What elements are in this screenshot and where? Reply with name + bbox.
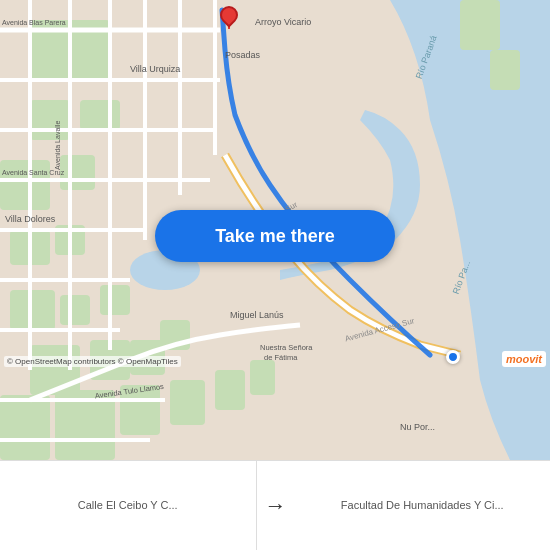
pin-circle (216, 2, 241, 27)
svg-rect-20 (215, 370, 245, 410)
svg-rect-3 (30, 100, 70, 140)
svg-text:Avenida Lavalle: Avenida Lavalle (54, 121, 61, 170)
current-location-dot (446, 350, 460, 364)
svg-rect-22 (460, 0, 500, 50)
svg-text:Avenida Santa Cruz: Avenida Santa Cruz (2, 169, 65, 176)
svg-rect-6 (60, 155, 95, 190)
svg-text:Miguel Lanús: Miguel Lanús (230, 310, 284, 320)
svg-rect-9 (10, 290, 55, 330)
take-me-there-button[interactable]: Take me there (155, 210, 395, 262)
svg-text:Avenida Blas Parera: Avenida Blas Parera (2, 19, 66, 26)
destination-label: Facultad De Humanidades Y Ci... (341, 498, 504, 512)
map-area: Arroyo Vicario Posadas Villa Urquiza Río… (0, 0, 550, 460)
map-attribution: © OpenStreetMap contributors © OpenMapTi… (4, 356, 181, 367)
svg-rect-10 (60, 295, 90, 325)
svg-text:Villa Dolores: Villa Dolores (5, 214, 56, 224)
destination-item[interactable]: Facultad De Humanidades Y Ci... (295, 461, 551, 550)
svg-rect-4 (80, 100, 120, 130)
svg-rect-21 (250, 360, 275, 395)
origin-item[interactable]: Calle El Ceibo Y C... (0, 461, 257, 550)
svg-text:Nuestra Señora: Nuestra Señora (260, 343, 313, 352)
svg-text:Nu Por...: Nu Por... (400, 422, 435, 432)
app-container: Arroyo Vicario Posadas Villa Urquiza Río… (0, 0, 550, 550)
moovit-logo: moovit (502, 351, 546, 367)
svg-text:de Fátima: de Fátima (264, 353, 298, 362)
svg-rect-11 (100, 285, 130, 315)
origin-label: Calle El Ceibo Y C... (78, 498, 178, 512)
svg-rect-19 (170, 380, 205, 425)
direction-arrow: → (265, 493, 287, 519)
bottom-navigation-bar: Calle El Ceibo Y C... → Facultad De Huma… (0, 460, 550, 550)
destination-pin (220, 6, 238, 29)
svg-rect-23 (490, 50, 520, 90)
svg-text:Posadas: Posadas (225, 50, 261, 60)
svg-text:Villa Urquiza: Villa Urquiza (130, 64, 180, 74)
svg-rect-16 (0, 395, 50, 460)
moovit-text: moovit (506, 353, 542, 365)
svg-text:Arroyo Vicario: Arroyo Vicario (255, 17, 311, 27)
svg-rect-5 (0, 160, 50, 210)
